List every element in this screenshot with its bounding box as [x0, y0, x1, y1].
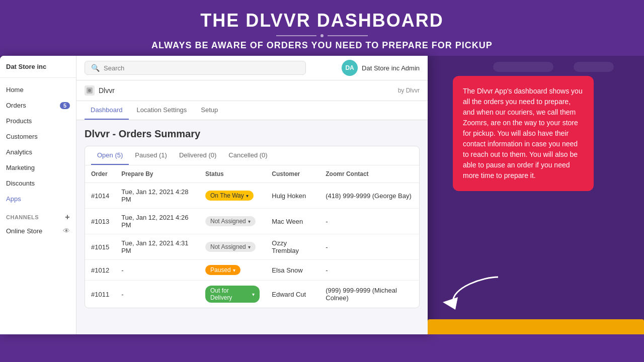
sidebar-item-online-store[interactable]: Online Store 👁	[0, 224, 76, 238]
main-title: THE DLVVR DASHBOARD	[0, 10, 644, 31]
bottom-decoration	[428, 319, 644, 334]
topbar: 🔍 DA Dat Store inc Admin	[76, 56, 428, 80]
sub-title: ALWAYS BE AWARE OF ORDERS YOU NEED TO PR…	[0, 40, 644, 51]
table-row: #1015 Tue, Jan 12, 2021 4:31 PM Not Assi…	[85, 234, 419, 260]
order-status: Paused ▾	[199, 260, 266, 281]
tab-location-settings[interactable]: Location Settings	[131, 101, 193, 120]
search-icon: 🔍	[91, 64, 100, 72]
tab-setup[interactable]: Setup	[195, 101, 224, 120]
store-name[interactable]: Dat Store inc	[0, 56, 76, 78]
orders-table: Order Prepare By Status Customer Zoomr C…	[85, 165, 419, 308]
order-number: #1013	[85, 209, 115, 234]
search-box[interactable]: 🔍	[85, 61, 306, 75]
panel-main: 🔍 DA Dat Store inc Admin Dlvvr by Dlvvr	[76, 56, 428, 334]
chevron-down-icon: ▾	[248, 219, 251, 224]
app-icon	[85, 85, 95, 96]
customer-name: Edward Cut	[266, 281, 319, 308]
status-badge[interactable]: Not Assigned ▾	[205, 216, 256, 226]
dashboard-panel: Dat Store inc Home Orders 5 Products Cus…	[0, 56, 428, 334]
order-number: #1015	[85, 234, 115, 260]
zoomr-contact: -	[319, 234, 419, 260]
sidebar-nav: Home Orders 5 Products Customers Analyti…	[0, 78, 76, 334]
sidebar-item-analytics[interactable]: Analytics	[0, 144, 76, 160]
zoomr-contact: (418) 999-9999 (George Bay)	[319, 183, 419, 209]
table-row: #1012 - Paused ▾ Elsa Snow -	[85, 260, 419, 281]
channels-section-header: CHANNELS +	[0, 207, 76, 224]
zoomr-contact: (999) 999-9999 (Micheal Colnee)	[319, 281, 419, 308]
status-tab-cancelled[interactable]: Cancelled (0)	[222, 146, 273, 165]
app-header: Dlvvr by Dlvvr	[76, 80, 428, 101]
customer-name: Mac Ween	[266, 209, 319, 234]
col-status: Status	[199, 165, 266, 183]
status-tab-delivered[interactable]: Delivered (0)	[173, 146, 222, 165]
user-area: DA Dat Store inc Admin	[342, 60, 420, 76]
right-panel: The Dlvvr App's dashboard shows you all …	[428, 56, 644, 334]
order-number: #1012	[85, 260, 115, 281]
content-area: Dlvvr - Orders Summary Open (5) Paused (…	[76, 120, 428, 334]
avatar: DA	[342, 60, 358, 76]
customer-name: Ozzy Tremblay	[266, 234, 319, 260]
sidebar-item-home[interactable]: Home	[0, 82, 76, 98]
status-badge[interactable]: Not Assigned ▾	[205, 242, 256, 252]
status-tab-open[interactable]: Open (5)	[91, 146, 129, 165]
page-title: Dlvvr - Orders Summary	[85, 128, 420, 140]
svg-marker-2	[443, 297, 458, 310]
chevron-down-icon: ▾	[252, 292, 255, 297]
col-zoomr: Zoomr Contact	[319, 165, 419, 183]
prepare-by: Tue, Jan 12, 2021 4:31 PM	[115, 234, 199, 260]
status-tab-paused[interactable]: Paused (1)	[129, 146, 173, 165]
status-badge[interactable]: On The Way ▾	[205, 191, 254, 201]
orders-card: Open (5) Paused (1) Delivered (0) Cancel…	[85, 146, 420, 308]
user-name: Dat Store inc Admin	[362, 64, 420, 72]
sidebar-label-marketing: Marketing	[6, 164, 35, 171]
add-channel-icon[interactable]: +	[65, 213, 70, 222]
sidebar-item-marketing[interactable]: Marketing	[0, 160, 76, 175]
sidebar-label-apps: Apps	[6, 195, 21, 203]
status-badge[interactable]: Out for Delivery ▾	[205, 286, 260, 303]
prepare-by: -	[115, 281, 199, 308]
sidebar-label-orders: Orders	[6, 102, 26, 109]
orders-badge: 5	[60, 102, 70, 109]
sidebar-item-apps[interactable]: Apps	[0, 191, 76, 207]
order-status: On The Way ▾	[199, 183, 266, 209]
prepare-by: Tue, Jan 12, 2021 4:26 PM	[115, 209, 199, 234]
table-row: #1014 Tue, Jan 12, 2021 4:28 PM On The W…	[85, 183, 419, 209]
sidebar-label-analytics: Analytics	[6, 148, 32, 156]
prepare-by: Tue, Jan 12, 2021 4:28 PM	[115, 183, 199, 209]
order-number: #1014	[85, 183, 115, 209]
by-label: by Dlvvr	[398, 87, 420, 94]
zoomr-contact: -	[319, 260, 419, 281]
order-status: Not Assigned ▾	[199, 209, 266, 234]
divider-dot	[320, 34, 324, 37]
order-status: Not Assigned ▾	[199, 234, 266, 260]
sidebar-item-products[interactable]: Products	[0, 113, 76, 129]
tooltip-card: The Dlvvr App's dashboard shows you all …	[453, 76, 594, 191]
status-badge[interactable]: Paused ▾	[205, 265, 240, 275]
table-row: #1013 Tue, Jan 12, 2021 4:26 PM Not Assi…	[85, 209, 419, 234]
divider-decoration	[0, 34, 644, 37]
arrow-decoration	[443, 272, 503, 314]
sidebar-item-customers[interactable]: Customers	[0, 129, 76, 144]
channels-label: CHANNELS	[6, 214, 39, 220]
search-input[interactable]	[104, 64, 299, 72]
chevron-down-icon: ▾	[248, 244, 251, 250]
status-tabs: Open (5) Paused (1) Delivered (0) Cancel…	[85, 146, 419, 165]
tabs-bar: Dashboard Location Settings Setup	[76, 101, 428, 120]
app-name: Dlvvr	[99, 86, 115, 95]
svg-point-1	[88, 89, 91, 92]
divider-line-left	[276, 35, 316, 36]
zoomr-contact: -	[319, 209, 419, 234]
prepare-by: -	[115, 260, 199, 281]
main-content: Dat Store inc Home Orders 5 Products Cus…	[0, 56, 644, 334]
app-title-row: Dlvvr	[85, 85, 115, 96]
col-customer: Customer	[266, 165, 319, 183]
sidebar-item-discounts[interactable]: Discounts	[0, 175, 76, 191]
chevron-down-icon: ▾	[246, 193, 249, 199]
eye-icon[interactable]: 👁	[63, 227, 70, 235]
divider-line-right	[328, 35, 368, 36]
sidebar-item-orders[interactable]: Orders 5	[0, 98, 76, 113]
customer-name: Hulg Hoken	[266, 183, 319, 209]
online-store-label: Online Store	[6, 227, 42, 235]
table-row: #1011 - Out for Delivery ▾ Edward Cut (9…	[85, 281, 419, 308]
tab-dashboard[interactable]: Dashboard	[85, 101, 129, 120]
